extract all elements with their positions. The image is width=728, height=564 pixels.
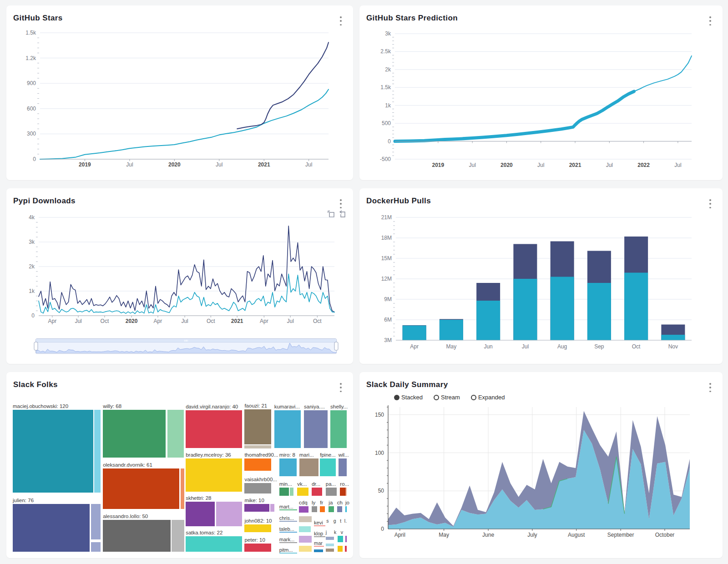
svg-text:1.5k: 1.5k bbox=[380, 84, 391, 91]
treemap-cell[interactable] bbox=[312, 488, 322, 496]
treemap-cell[interactable] bbox=[304, 410, 328, 448]
treemap-cell[interactable] bbox=[326, 549, 334, 552]
treemap-cell[interactable] bbox=[290, 488, 293, 496]
treemap-cell[interactable] bbox=[186, 536, 242, 552]
treemap-cell[interactable] bbox=[103, 520, 171, 552]
treemap-cell[interactable] bbox=[346, 488, 347, 496]
treemap-cell-label[interactable]: taleb... bbox=[279, 526, 298, 533]
pypi-downloads-chart[interactable]: 01k2k3k4kAprJulOct2020AprJulOct2021AprJu… bbox=[6, 188, 353, 364]
treemap-cell[interactable] bbox=[216, 502, 242, 526]
treemap-cell[interactable] bbox=[338, 546, 343, 552]
treemap-cell-label[interactable]: mar bbox=[314, 540, 324, 547]
treemap-cell[interactable] bbox=[244, 483, 271, 494]
treemap-cell[interactable] bbox=[186, 410, 242, 448]
treemap-cell[interactable] bbox=[320, 506, 324, 512]
treemap-cell[interactable] bbox=[340, 488, 345, 496]
svg-text:4k: 4k bbox=[29, 214, 35, 221]
treemap-cell[interactable] bbox=[91, 504, 101, 539]
slider-handle-right[interactable] bbox=[334, 342, 339, 351]
treemap-cell[interactable] bbox=[13, 410, 93, 493]
treemap-cell[interactable] bbox=[13, 504, 90, 552]
treemap-cell[interactable] bbox=[337, 506, 343, 512]
treemap-cell[interactable] bbox=[186, 502, 215, 526]
more-menu-icon[interactable] bbox=[337, 382, 345, 393]
treemap-cell[interactable] bbox=[345, 506, 347, 512]
treemap-cell[interactable] bbox=[299, 546, 312, 552]
treemap-cell[interactable] bbox=[345, 546, 347, 552]
treemap-cell[interactable] bbox=[338, 536, 343, 542]
panel-github-stars: GitHub Stars 03006009001.2k1.5k2019Jul20… bbox=[6, 5, 353, 180]
svg-text:2019: 2019 bbox=[432, 162, 445, 168]
treemap-cell[interactable] bbox=[299, 536, 312, 543]
treemap-cell[interactable] bbox=[339, 458, 347, 476]
treemap-cell[interactable] bbox=[279, 458, 297, 476]
treemap-cell[interactable] bbox=[299, 506, 308, 513]
svg-text:May: May bbox=[446, 343, 457, 350]
treemap-cell[interactable] bbox=[91, 542, 101, 552]
treemap-cell[interactable] bbox=[244, 445, 271, 448]
treemap-cell-label[interactable]: k bbox=[334, 530, 336, 535]
svg-text:Jul: Jul bbox=[75, 318, 81, 324]
slack-folks-treemap[interactable]: maciej.obuchowski: 120julien: 76willy: 6… bbox=[13, 400, 347, 552]
treemap-cell[interactable] bbox=[279, 488, 289, 496]
treemap-cell-label[interactable]: mart... bbox=[279, 504, 298, 510]
treemap-cell[interactable] bbox=[103, 468, 179, 509]
treemap-cell-label: julien: 76 bbox=[13, 498, 34, 504]
treemap-cell-label: dr... bbox=[312, 481, 320, 487]
treemap-cell[interactable] bbox=[330, 410, 347, 448]
treemap-cell[interactable] bbox=[274, 410, 301, 448]
github-stars-chart[interactable]: 03006009001.2k1.5k2019Jul2020Jul2021Jul bbox=[6, 5, 353, 180]
treemap-cell-label[interactable]: j bbox=[326, 530, 327, 535]
treemap-cell[interactable] bbox=[270, 504, 274, 512]
slider-handle-left[interactable] bbox=[34, 342, 38, 351]
treemap-cell[interactable] bbox=[326, 488, 337, 496]
treemap-cell[interactable] bbox=[320, 458, 336, 476]
treemap-cell[interactable] bbox=[299, 458, 318, 476]
treemap-cell[interactable] bbox=[186, 458, 242, 492]
treemap-cell-label: mari... bbox=[299, 452, 314, 458]
treemap-cell-label[interactable]: t bbox=[340, 519, 341, 524]
svg-text:2020: 2020 bbox=[126, 318, 138, 324]
treemap-cell-label[interactable]: mark... bbox=[279, 537, 298, 543]
treemap-cell[interactable] bbox=[329, 506, 334, 512]
treemap-cell[interactable] bbox=[244, 504, 269, 512]
svg-text:2k: 2k bbox=[385, 66, 391, 73]
dockerhub-pulls-chart[interactable]: AprMayJunJulAugSepOctNov3M6M9M12M15M18M2… bbox=[359, 188, 723, 364]
panel-title: Slack Folks bbox=[13, 380, 58, 389]
treemap-cell[interactable] bbox=[244, 544, 271, 552]
treemap-cell-label: maciej.obuchowski: 120 bbox=[13, 403, 68, 409]
treemap-cell[interactable] bbox=[314, 549, 323, 552]
treemap-cell[interactable] bbox=[326, 544, 334, 546]
treemap-cell-label[interactable]: kevi bbox=[314, 520, 325, 526]
treemap-cell[interactable] bbox=[299, 516, 312, 522]
treemap-cell-label[interactable]: klop bbox=[314, 531, 325, 537]
treemap-cell[interactable] bbox=[326, 537, 334, 540]
svg-text:2021: 2021 bbox=[569, 162, 581, 168]
treemap-cell-label[interactable]: pitm... bbox=[279, 547, 298, 554]
treemap-cell-label[interactable]: s bbox=[326, 519, 329, 524]
treemap-cell[interactable] bbox=[103, 410, 166, 458]
treemap-cell[interactable] bbox=[94, 410, 101, 493]
treemap-cell-label[interactable]: g bbox=[334, 519, 336, 524]
datazoom-slider[interactable] bbox=[35, 338, 337, 354]
svg-text:2020: 2020 bbox=[168, 161, 181, 168]
treemap-cell[interactable] bbox=[172, 520, 184, 552]
treemap-cell[interactable] bbox=[297, 488, 308, 496]
svg-text:Nov: Nov bbox=[668, 343, 678, 350]
treemap-cell-label[interactable]: l. bbox=[344, 519, 347, 524]
slack-daily-summary-chart[interactable]: 050100150AprilMayJuneJulyAugustSeptember… bbox=[359, 372, 723, 558]
treemap-cell-label[interactable]: v bbox=[341, 530, 343, 535]
treemap-cell[interactable] bbox=[299, 526, 311, 532]
treemap-cell[interactable] bbox=[312, 506, 317, 512]
github-stars-prediction-chart[interactable]: -50005001k1.5k2k2.5k3k2019Jul2020Jul2021… bbox=[359, 5, 723, 180]
treemap-cell[interactable] bbox=[345, 536, 347, 542]
treemap-cell[interactable] bbox=[244, 409, 271, 444]
treemap-cell-label: miro: 8 bbox=[279, 452, 295, 458]
svg-text:600: 600 bbox=[27, 106, 36, 112]
treemap-cell[interactable] bbox=[244, 458, 271, 471]
treemap-cell-label: faouzi: 21 bbox=[244, 403, 267, 409]
treemap-cell[interactable] bbox=[244, 524, 271, 532]
treemap-cell[interactable] bbox=[181, 468, 184, 509]
treemap-cell[interactable] bbox=[167, 410, 184, 458]
treemap-cell-label[interactable]: chris... bbox=[279, 515, 298, 522]
